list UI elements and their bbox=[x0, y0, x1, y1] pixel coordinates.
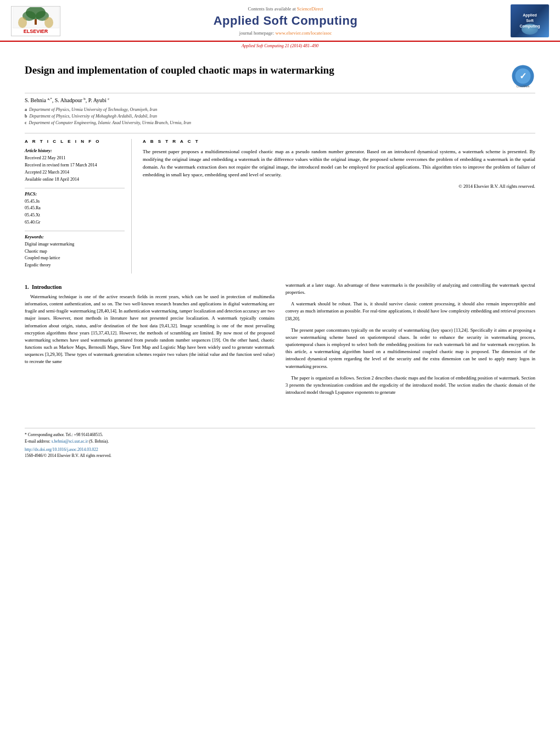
logo-line1: Applied bbox=[523, 13, 537, 17]
title-section: Design and implementation of coupled cha… bbox=[25, 64, 535, 93]
pacs-title: PACS: bbox=[25, 192, 125, 197]
footnote-email: E-mail address: s.behnia@sci.uut.ac.ir (… bbox=[25, 438, 535, 444]
available-date: Available online 18 April 2014 bbox=[25, 176, 125, 183]
journal-logo-right: Applied Soft Computing bbox=[511, 4, 549, 37]
contents-label: Contents lists available at bbox=[248, 6, 296, 12]
page: ELSEVIER Contents lists available at Sci… bbox=[0, 0, 560, 742]
intro-para5: The paper is organized as follows. Secti… bbox=[285, 375, 535, 397]
pacs-section: PACS: 05.45.Jn 05.45.Ra 05.45.Xt 65.40.G… bbox=[25, 192, 125, 226]
intro-para1: Watermarking technique is one of the act… bbox=[25, 293, 275, 366]
logo-line3: Computing bbox=[520, 24, 540, 28]
email-link[interactable]: s.behnia@sci.uut.ac.ir bbox=[52, 439, 88, 444]
revised-date: Received in revised form 17 March 2014 bbox=[25, 162, 125, 169]
accepted-date: Accepted 22 March 2014 bbox=[25, 169, 125, 176]
main-content: 1. Introduction Watermarking technique i… bbox=[25, 282, 535, 400]
keyword-3: Ergodic theory bbox=[25, 262, 125, 269]
abstract-text: The present paper proposes a multidimens… bbox=[143, 148, 535, 179]
keyword-1: Chaotic map bbox=[25, 248, 125, 255]
doi-link[interactable]: http://dx.doi.org/10.1016/j.asoc.2014.03… bbox=[25, 447, 98, 452]
journal-title: Applied Soft Computing bbox=[71, 14, 500, 28]
keyword-0: Digital image watermarking bbox=[25, 241, 125, 248]
crossmark-logo: ✓ CrossMark bbox=[511, 64, 535, 88]
svg-point-6 bbox=[44, 17, 53, 28]
footnote-star: * Corresponding author. Tel.: +98 914146… bbox=[25, 432, 535, 438]
main-right: watermark at a later stage. An advantage… bbox=[285, 282, 535, 400]
affil-b: b Department of Physics, University of M… bbox=[25, 113, 535, 120]
homepage-line: journal homepage: www.elsevier.com/locat… bbox=[71, 30, 500, 36]
intro-para3: A watermark should be robust. That is, i… bbox=[285, 300, 535, 322]
copyright-line: © 2014 Elsevier B.V. All rights reserved… bbox=[143, 183, 535, 189]
intro-para2: watermark at a later stage. An advantage… bbox=[285, 282, 535, 296]
svg-rect-4 bbox=[35, 19, 37, 25]
contents-line: Contents lists available at ScienceDirec… bbox=[71, 6, 500, 12]
article-history: Article history: Received 22 May 2011 Re… bbox=[25, 148, 125, 183]
keywords-section: Keywords: Digital image watermarking Cha… bbox=[25, 235, 125, 269]
homepage-link[interactable]: www.elsevier.com/locate/asoc bbox=[275, 30, 332, 36]
svg-text:ELSEVIER: ELSEVIER bbox=[23, 29, 48, 34]
email-label: E-mail address: bbox=[25, 439, 51, 444]
main-left: 1. Introduction Watermarking technique i… bbox=[25, 282, 275, 400]
svg-text:CrossMark: CrossMark bbox=[516, 85, 530, 88]
affil-c: c Department of Computer Engineering, Is… bbox=[25, 120, 535, 126]
footnote-issn: 1568-4946/© 2014 Elsevier B.V. All right… bbox=[25, 453, 535, 459]
section1-heading: 1. Introduction bbox=[25, 284, 275, 290]
history-title: Article history: bbox=[25, 148, 125, 153]
intro-para4: The present paper concentrates typically… bbox=[285, 327, 535, 370]
pacs-1: 05.45.Ra bbox=[25, 205, 125, 212]
article-body: Design and implementation of coupled cha… bbox=[0, 50, 560, 411]
affil-c-text: Department of Computer Engineering, Isla… bbox=[29, 120, 191, 126]
divider-1 bbox=[25, 188, 125, 188]
svg-point-5 bbox=[18, 17, 27, 28]
article-info-col: A R T I C L E I N F O Article history: R… bbox=[25, 139, 132, 274]
article-info-title: A R T I C L E I N F O bbox=[25, 139, 125, 144]
footnote-blank: http://dx.doi.org/10.1016/j.asoc.2014.03… bbox=[25, 447, 535, 453]
footer: * Corresponding author. Tel.: +98 914146… bbox=[25, 428, 535, 459]
section1-number: 1. bbox=[25, 284, 29, 290]
pacs-3: 65.40.Gr bbox=[25, 219, 125, 226]
keywords-title: Keywords: bbox=[25, 235, 125, 239]
sciencedirect-link[interactable]: ScienceDirect bbox=[297, 6, 323, 12]
abstract-col: A B S T R A C T The present paper propos… bbox=[143, 139, 535, 274]
affil-a-label: a bbox=[25, 107, 27, 113]
elsevier-logo: ELSEVIER bbox=[11, 6, 60, 36]
pacs-0: 05.45.Jn bbox=[25, 198, 125, 205]
received-date: Received 22 May 2011 bbox=[25, 155, 125, 162]
journal-center: Contents lists available at ScienceDirec… bbox=[60, 6, 511, 36]
affil-b-label: b bbox=[25, 113, 27, 120]
elsevier-svg: ELSEVIER bbox=[13, 7, 59, 35]
article-title: Design and implementation of coupled cha… bbox=[25, 64, 502, 77]
citation-bar: Applied Soft Computing 21 (2014) 481–490 bbox=[0, 42, 560, 50]
keyword-2: Coupled map lattice bbox=[25, 255, 125, 262]
affil-a-text: Department of Physics, Urmia University … bbox=[29, 107, 157, 113]
logo-line2: Soft bbox=[526, 19, 534, 23]
email-note: (S. Behnia). bbox=[89, 439, 109, 444]
affil-b-text: Department of Physics, University of Moh… bbox=[29, 113, 157, 120]
affil-a: a Department of Physics, Urmia Universit… bbox=[25, 107, 535, 113]
abstract-title: A B S T R A C T bbox=[143, 139, 535, 144]
section1-title: Introduction bbox=[32, 284, 61, 290]
divider-2 bbox=[25, 231, 125, 231]
svg-text:✓: ✓ bbox=[519, 71, 527, 81]
journal-header: ELSEVIER Contents lists available at Sci… bbox=[0, 0, 560, 42]
affil-c-label: c bbox=[25, 120, 27, 126]
pacs-2: 05.45.Xt bbox=[25, 212, 125, 219]
info-abstract-section: A R T I C L E I N F O Article history: R… bbox=[25, 133, 535, 274]
authors-line: S. Behnia a,*, S. Ahadpour b, P. Ayubi c bbox=[25, 97, 535, 103]
affiliations: a Department of Physics, Urmia Universit… bbox=[25, 107, 535, 126]
homepage-label: journal homepage: bbox=[239, 30, 275, 36]
